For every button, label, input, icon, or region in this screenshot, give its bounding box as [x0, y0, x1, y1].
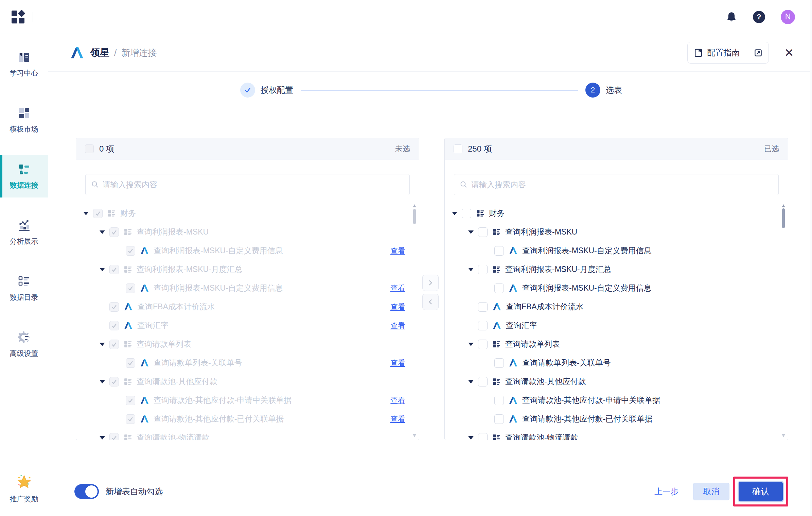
tree-row[interactable]: 查询请款池-物流请款 — [76, 428, 419, 440]
view-link[interactable]: 查看 — [384, 246, 405, 256]
tree-row[interactable]: 财务 — [445, 204, 788, 223]
view-link[interactable]: 查看 — [384, 358, 405, 368]
sidebar-item-data-connection[interactable]: 数据连接 — [0, 155, 48, 197]
expander-icon[interactable] — [452, 212, 457, 215]
tree-row[interactable]: 查询利润报表-MSKU-月度汇总 — [445, 260, 788, 279]
tree-row[interactable]: 财务 — [76, 204, 419, 223]
tree-row[interactable]: 查询请款单列表 — [445, 335, 788, 354]
help-icon[interactable]: ? — [753, 11, 765, 23]
move-left-button[interactable] — [422, 294, 439, 310]
row-checkbox[interactable] — [109, 321, 119, 330]
confirm-button[interactable]: 确认 — [739, 482, 783, 501]
tree-row[interactable]: 查询FBA成本计价流水 — [445, 297, 788, 316]
expander-icon[interactable] — [100, 343, 105, 346]
external-link-icon[interactable] — [754, 49, 762, 57]
row-checkbox[interactable] — [478, 377, 488, 386]
row-checkbox[interactable] — [494, 283, 504, 293]
sidebar-item-data-catalog[interactable]: 数据目录 — [0, 267, 48, 310]
row-checkbox[interactable] — [126, 246, 135, 256]
scroll-down-icon[interactable] — [782, 434, 785, 437]
row-checkbox[interactable] — [494, 414, 504, 424]
tree-row[interactable]: 查询请款池-物流请款 — [445, 428, 788, 440]
tree-row[interactable]: 查询利润报表-MSKU-月度汇总 — [76, 260, 419, 279]
row-checkbox[interactable] — [494, 358, 504, 368]
config-guide-button[interactable]: 配置指南 — [687, 42, 769, 64]
tree-row[interactable]: 查询利润报表-MSKU-自定义费用信息 — [445, 279, 788, 297]
scroll-down-icon[interactable] — [413, 434, 416, 437]
previous-step-link[interactable]: 上一步 — [654, 486, 679, 497]
auto-check-toggle[interactable] — [74, 484, 99, 499]
row-checkbox[interactable] — [109, 377, 119, 386]
close-icon[interactable]: ✕ — [784, 47, 794, 58]
sidebar-item-learning-center[interactable]: 学习中心 — [0, 43, 48, 85]
expander-icon[interactable] — [100, 268, 105, 271]
view-link[interactable]: 查看 — [384, 414, 405, 424]
row-checkbox[interactable] — [109, 265, 119, 274]
tree-row[interactable]: 查询请款池-其他应付款 — [445, 372, 788, 391]
view-link[interactable]: 查看 — [384, 395, 405, 406]
tree-row[interactable]: 查询请款单列表-关联单号 查看 — [76, 354, 419, 372]
tree-row[interactable]: 查询汇率 — [445, 316, 788, 335]
row-checkbox[interactable] — [126, 414, 135, 424]
notification-bell-icon[interactable] — [726, 11, 737, 23]
row-checkbox[interactable] — [478, 302, 488, 312]
expander-icon[interactable] — [100, 436, 105, 440]
sidebar-item-advanced-settings[interactable]: 高级设置 — [0, 323, 48, 366]
row-checkbox[interactable] — [462, 209, 471, 218]
cancel-button[interactable]: 取消 — [693, 483, 729, 500]
row-checkbox[interactable] — [109, 433, 119, 441]
tree-row[interactable]: 查询利润报表-MSKU — [445, 223, 788, 241]
scroll-up-icon[interactable] — [413, 204, 416, 207]
tree-row[interactable]: 查询利润报表-MSKU-自定义费用信息 查看 — [76, 279, 419, 297]
row-checkbox[interactable] — [109, 340, 119, 349]
row-checkbox[interactable] — [93, 209, 103, 218]
view-link[interactable]: 查看 — [384, 302, 405, 312]
row-checkbox[interactable] — [478, 433, 488, 441]
tree-row[interactable]: 查询FBA成本计价流水 查看 — [76, 297, 419, 316]
view-link[interactable]: 查看 — [384, 321, 405, 331]
sidebar-item-template-market[interactable]: 模板市场 — [0, 99, 48, 141]
expander-icon[interactable] — [100, 380, 105, 383]
tree-row[interactable]: 查询利润报表-MSKU — [76, 223, 419, 241]
sidebar-item-analysis-display[interactable]: 分析展示 — [0, 211, 48, 254]
row-checkbox[interactable] — [478, 340, 488, 349]
page-scrollbar[interactable] — [810, 0, 812, 516]
sidebar-item-promotion-rewards[interactable]: 推广奖励 — [0, 467, 48, 511]
row-checkbox[interactable] — [494, 396, 504, 405]
expander-icon[interactable] — [468, 343, 474, 346]
row-checkbox[interactable] — [494, 246, 504, 256]
search-input[interactable] — [471, 180, 773, 189]
expander-icon[interactable] — [468, 230, 474, 234]
row-checkbox[interactable] — [126, 396, 135, 405]
tree-row[interactable]: 查询利润报表-MSKU-自定义费用信息 查看 — [76, 241, 419, 260]
view-link[interactable]: 查看 — [384, 283, 405, 293]
row-checkbox[interactable] — [126, 358, 135, 368]
row-checkbox[interactable] — [478, 265, 488, 274]
tree-row[interactable]: 查询请款池-其他应付款-已付关联单据 查看 — [76, 410, 419, 428]
expander-icon[interactable] — [468, 268, 474, 271]
tree-scrollbar[interactable] — [781, 204, 785, 437]
row-checkbox[interactable] — [126, 283, 135, 293]
scrollbar-thumb[interactable] — [413, 209, 416, 224]
tree-row[interactable]: 查询请款单列表-关联单号 — [445, 354, 788, 372]
row-checkbox[interactable] — [478, 227, 488, 237]
expander-icon[interactable] — [468, 380, 474, 383]
tree-row[interactable]: 查询请款池-其他应付款-申请中关联单据 查看 — [76, 391, 419, 410]
expander-icon[interactable] — [100, 230, 105, 234]
tree-row[interactable]: 查询汇率 查看 — [76, 316, 419, 335]
select-all-checkbox[interactable] — [85, 144, 94, 153]
scroll-up-icon[interactable] — [782, 204, 785, 207]
move-right-button[interactable] — [422, 275, 439, 291]
tree-row[interactable]: 查询请款单列表 — [76, 335, 419, 354]
row-checkbox[interactable] — [109, 227, 119, 237]
avatar[interactable]: N — [781, 10, 795, 24]
app-logo-icon[interactable] — [12, 11, 24, 23]
row-checkbox[interactable] — [478, 321, 488, 330]
scrollbar-thumb[interactable] — [782, 208, 785, 228]
select-all-checkbox[interactable] — [454, 144, 462, 153]
search-input[interactable] — [103, 180, 404, 189]
expander-icon[interactable] — [468, 436, 474, 440]
expander-icon[interactable] — [83, 212, 89, 215]
tree-scrollbar[interactable] — [412, 204, 417, 437]
tree-row[interactable]: 查询请款池-其他应付款 — [76, 372, 419, 391]
